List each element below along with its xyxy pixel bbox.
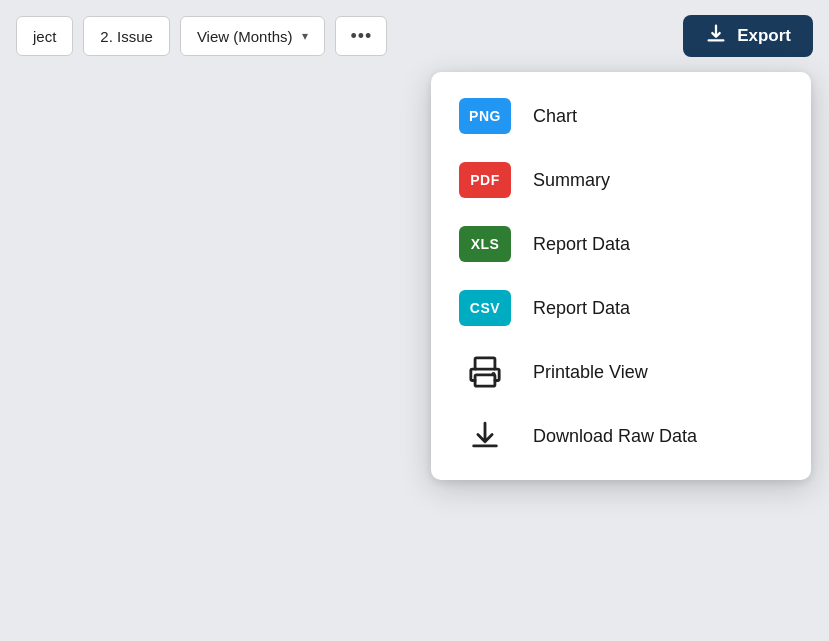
more-options-button[interactable]: ••• <box>335 16 387 56</box>
xls-report-label: Report Data <box>533 234 630 255</box>
download-icon <box>459 418 511 454</box>
main-content: PNG Chart PDF Summary XLS Report Data CS… <box>0 72 829 641</box>
printable-view-label: Printable View <box>533 362 648 383</box>
ellipsis-label: ••• <box>350 26 372 47</box>
export-label: Export <box>737 26 791 46</box>
export-xls-report-item[interactable]: XLS Report Data <box>431 212 811 276</box>
export-dropdown-menu: PNG Chart PDF Summary XLS Report Data CS… <box>431 72 811 480</box>
export-pdf-summary-item[interactable]: PDF Summary <box>431 148 811 212</box>
svg-rect-1 <box>475 375 495 386</box>
pdf-summary-label: Summary <box>533 170 610 191</box>
issue-button[interactable]: 2. Issue <box>83 16 170 56</box>
png-chart-label: Chart <box>533 106 577 127</box>
issue-label: 2. Issue <box>100 28 153 45</box>
export-png-chart-item[interactable]: PNG Chart <box>431 84 811 148</box>
printable-view-item[interactable]: Printable View <box>431 340 811 404</box>
view-label: View (Months) <box>197 28 293 45</box>
view-months-button[interactable]: View (Months) ▾ <box>180 16 326 56</box>
csv-badge: CSV <box>459 290 511 326</box>
print-icon <box>459 354 511 390</box>
chevron-down-icon: ▾ <box>302 29 308 43</box>
export-icon <box>705 23 727 50</box>
pdf-badge: PDF <box>459 162 511 198</box>
download-raw-data-item[interactable]: Download Raw Data <box>431 404 811 468</box>
toolbar: ject 2. Issue View (Months) ▾ ••• Export <box>0 0 829 72</box>
export-csv-report-item[interactable]: CSV Report Data <box>431 276 811 340</box>
png-badge: PNG <box>459 98 511 134</box>
project-label: ject <box>33 28 56 45</box>
svg-point-2 <box>493 373 494 374</box>
project-button[interactable]: ject <box>16 16 73 56</box>
xls-badge: XLS <box>459 226 511 262</box>
download-raw-label: Download Raw Data <box>533 426 697 447</box>
csv-report-label: Report Data <box>533 298 630 319</box>
export-button[interactable]: Export <box>683 15 813 57</box>
svg-rect-0 <box>475 358 495 369</box>
